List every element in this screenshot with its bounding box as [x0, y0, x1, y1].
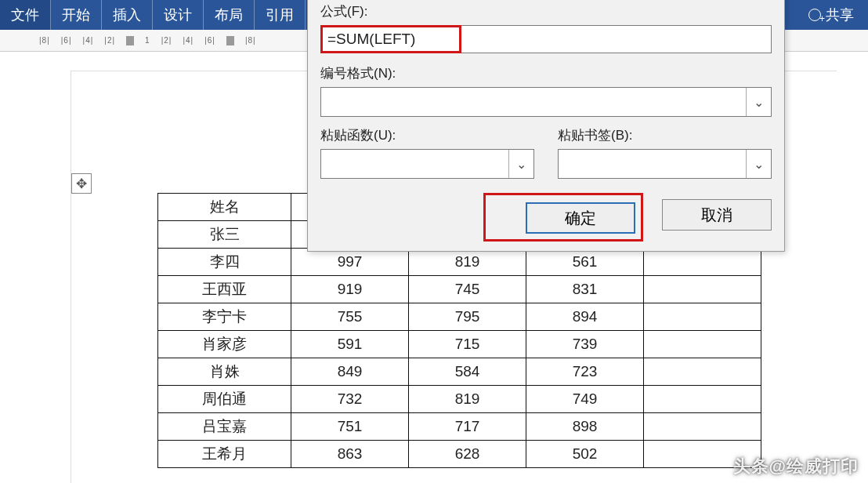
table-row: 王西亚 919 745 831	[158, 276, 761, 303]
table-cell[interactable]: 李宁卡	[158, 303, 291, 331]
table-row: 李宁卡 755 795 894	[158, 303, 761, 331]
paste-bookmark-label: 粘贴书签(B):	[558, 126, 772, 144]
number-format-select[interactable]: ⌄	[320, 87, 772, 117]
chevron-down-icon[interactable]: ⌄	[746, 150, 771, 178]
cancel-button[interactable]: 取消	[662, 199, 772, 231]
table-cell[interactable]: 732	[291, 386, 409, 413]
ruler-indent-marker[interactable]	[126, 36, 134, 45]
table-row: 周伯通 732 819 749	[158, 386, 761, 413]
table-cell[interactable]: 715	[409, 331, 526, 358]
table-cell[interactable]: 584	[409, 358, 526, 386]
table-cell[interactable]: 751	[291, 413, 409, 441]
table-cell[interactable]: 898	[526, 413, 644, 441]
table-cell[interactable]: 755	[291, 303, 409, 331]
ruler-tick: |8|	[39, 36, 50, 45]
paste-function-select[interactable]: ⌄	[320, 149, 534, 179]
ruler-tick: 1	[145, 36, 150, 45]
tab-layout[interactable]: 布局	[204, 0, 255, 30]
table-cell[interactable]: 739	[526, 331, 644, 358]
table-cell[interactable]: 749	[526, 386, 644, 413]
table-cell[interactable]: 502	[526, 441, 644, 468]
table-move-handle-icon[interactable]: ✥	[71, 173, 92, 194]
table-cell[interactable]: 李四	[158, 249, 291, 276]
table-cell[interactable]: 819	[409, 386, 526, 413]
chevron-down-icon[interactable]: ⌄	[746, 88, 771, 116]
table-cell[interactable]: 831	[526, 276, 644, 303]
table-cell[interactable]: 745	[409, 276, 526, 303]
table-cell[interactable]: 795	[409, 303, 526, 331]
chevron-down-icon[interactable]: ⌄	[508, 150, 533, 178]
table-row: 吕宝嘉 751 717 898	[158, 413, 761, 441]
formula-label: 公式(F):	[320, 2, 772, 20]
table-cell[interactable]: 863	[291, 441, 409, 468]
table-row: 李四 997 819 561	[158, 249, 761, 276]
share-button[interactable]: 共享	[794, 5, 868, 24]
table-cell[interactable]	[644, 331, 761, 358]
ruler-tick: |8|	[245, 36, 256, 45]
table-cell[interactable]	[644, 358, 761, 386]
table-cell[interactable]: 肖家彦	[158, 331, 291, 358]
table-row: 肖姝 849 584 723	[158, 358, 761, 386]
table-cell[interactable]: 561	[526, 249, 644, 276]
table-row: 王希月 863 628 502	[158, 441, 761, 468]
table-cell[interactable]	[644, 386, 761, 413]
ruler-indent-marker[interactable]	[226, 36, 234, 45]
table-header[interactable]: 姓名	[158, 194, 291, 221]
table-cell[interactable]	[644, 303, 761, 331]
table-cell[interactable]: 张三	[158, 221, 291, 249]
share-icon	[808, 9, 821, 21]
tab-references[interactable]: 引用	[255, 0, 306, 30]
table-cell[interactable]: 王希月	[158, 441, 291, 468]
table-cell[interactable]: 王西亚	[158, 276, 291, 303]
ok-button[interactable]: 确定	[526, 202, 635, 234]
table-cell[interactable]: 723	[526, 358, 644, 386]
table-cell[interactable]	[644, 249, 761, 276]
paste-bookmark-select[interactable]: ⌄	[558, 149, 772, 179]
number-format-label: 编号格式(N):	[320, 64, 772, 82]
table-row: 肖家彦 591 715 739	[158, 331, 761, 358]
table-cell[interactable]: 849	[291, 358, 409, 386]
share-label: 共享	[826, 5, 854, 24]
tab-insert[interactable]: 插入	[102, 0, 153, 30]
formula-input[interactable]	[320, 25, 772, 53]
table-cell[interactable]: 919	[291, 276, 409, 303]
table-cell[interactable]: 997	[291, 249, 409, 276]
table-cell[interactable]: 717	[409, 413, 526, 441]
tab-file[interactable]: 文件	[0, 0, 51, 30]
ruler-tick: |4|	[83, 36, 94, 45]
table-cell[interactable]: 吕宝嘉	[158, 413, 291, 441]
ruler-tick: |6|	[61, 36, 72, 45]
formula-dialog: 公式(F): 编号格式(N): ⌄ 粘贴函数(U): ⌄ 粘贴书签(B): ⌄ …	[307, 0, 785, 252]
table-cell[interactable]	[644, 276, 761, 303]
table-cell[interactable]	[644, 413, 761, 441]
table-cell[interactable]: 591	[291, 331, 409, 358]
paste-function-label: 粘贴函数(U):	[320, 126, 534, 144]
table-cell[interactable]: 628	[409, 441, 526, 468]
ruler-tick: |2|	[104, 36, 115, 45]
tab-home[interactable]: 开始	[51, 0, 102, 30]
ruler-tick: |2|	[161, 36, 172, 45]
tab-design[interactable]: 设计	[153, 0, 204, 30]
table-cell[interactable]: 819	[409, 249, 526, 276]
table-cell[interactable]: 肖姝	[158, 358, 291, 386]
ruler-tick: |4|	[183, 36, 193, 45]
table-cell[interactable]: 894	[526, 303, 644, 331]
table-cell[interactable]: 周伯通	[158, 386, 291, 413]
ruler-tick: |6|	[204, 36, 215, 45]
watermark: 头条@绘威打印	[733, 455, 859, 478]
